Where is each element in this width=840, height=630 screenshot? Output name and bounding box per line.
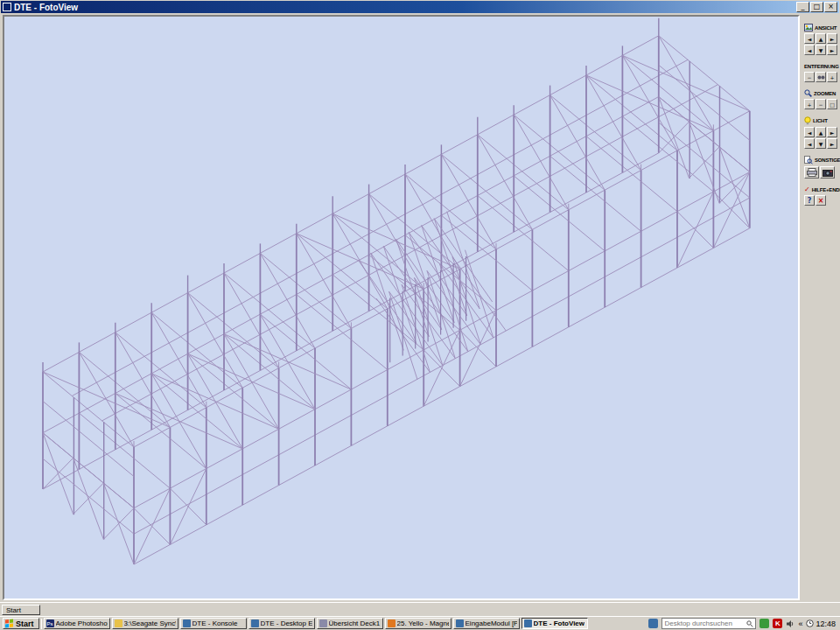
task-label: EingabeModul [Parkdeck... xyxy=(466,620,517,627)
group-hilfe-ende: ✓ HILFE+ENDE ? × xyxy=(804,186,838,206)
group-label-licht: LICHT xyxy=(813,118,828,123)
task-button[interactable]: 3:\Seagate Sync\SyncRe... xyxy=(112,618,178,629)
fotoview-icon xyxy=(524,620,532,627)
view-pan-right-button[interactable]: ► xyxy=(827,45,837,55)
system-tray: K « 12:48 xyxy=(648,618,837,629)
exit-x-icon: × xyxy=(818,197,824,205)
group-label-hilfe: HILFE+ENDE xyxy=(812,187,840,192)
check-icon: ✓ xyxy=(804,186,810,193)
task-label: Übersicht Deck1 - Paint xyxy=(329,620,381,627)
task-button[interactable]: EingabeModul [Parkdeck... xyxy=(453,618,520,629)
view-rotate-left-button[interactable]: ◄ xyxy=(804,33,815,44)
group-sonstiges: SONSTIGES xyxy=(804,156,838,178)
maximize-button[interactable]: □ xyxy=(810,2,823,12)
light-down-button[interactable]: ▼ xyxy=(816,138,826,149)
tray-icon-kaspersky[interactable]: K xyxy=(773,619,782,628)
task-button[interactable]: DTE - Konsole xyxy=(180,618,247,629)
window-title: DTE - FotoView xyxy=(14,3,795,12)
titlebar[interactable]: DTE - FotoView _ □ × xyxy=(1,1,839,13)
paint-icon xyxy=(319,620,327,627)
task-button[interactable]: Übersicht Deck1 - Paint xyxy=(317,618,383,629)
taskbar: Start PsAdobe Photoshop CS3 E...3:\Seaga… xyxy=(0,616,840,630)
clock-time: 12:48 xyxy=(816,620,836,628)
distance-fit-button[interactable] xyxy=(816,72,826,82)
task-label: DTE - FotoView xyxy=(534,620,585,627)
snapshot-button[interactable] xyxy=(820,166,835,178)
light-right2-button[interactable]: ► xyxy=(827,138,837,149)
taskbar-separator xyxy=(41,619,42,629)
question-icon: ? xyxy=(808,197,812,205)
light-arrow-pad: ◄ ▲ ► ◄ ▼ ► xyxy=(804,127,838,149)
task-label: 3:\Seagate Sync\SyncRe... xyxy=(124,620,176,627)
photoshop-icon: Ps xyxy=(46,620,54,627)
view-rotate-right-button[interactable]: ► xyxy=(827,33,837,44)
dte-app-icon xyxy=(251,620,259,627)
distance-decrease-button[interactable]: − xyxy=(804,72,815,82)
group-label-ansicht: ANSICHT xyxy=(815,25,836,31)
light-right-button[interactable]: ► xyxy=(827,127,837,137)
app-icon xyxy=(3,3,11,11)
zoom-in-button[interactable]: + xyxy=(804,99,815,109)
view-pan-left-button[interactable]: ◄ xyxy=(804,45,815,55)
task-button[interactable]: 25. Yello - Magneto - Wi... xyxy=(385,618,452,629)
group-label-zoomen: ZOOMEN xyxy=(814,91,836,96)
group-ansicht: ANSICHT ◄ ▲ ► ◄ ▼ ► xyxy=(804,24,838,55)
task-label: 25. Yello - Magneto - Wi... xyxy=(397,620,449,627)
tray-expand-chevron[interactable]: « xyxy=(798,620,802,628)
task-button[interactable]: DTE - Desktop Engineeri... xyxy=(248,618,315,629)
task-label: DTE - Desktop Engineeri... xyxy=(261,620,312,627)
task-button[interactable]: DTE - FotoView xyxy=(522,618,588,629)
viewport-3d[interactable] xyxy=(3,15,800,600)
view-rotate-up-button[interactable]: ▲ xyxy=(816,33,826,44)
clock-icon xyxy=(806,620,814,627)
media-player-icon xyxy=(388,620,396,627)
module-icon xyxy=(456,620,464,627)
binoculars-icon xyxy=(817,74,825,80)
desktop-search-input[interactable] xyxy=(664,619,745,628)
zoom-out-button[interactable]: − xyxy=(816,99,826,109)
task-strip: PsAdobe Photoshop CS3 E...3:\Seagate Syn… xyxy=(44,618,588,629)
light-up-button[interactable]: ▲ xyxy=(816,127,826,137)
tray-app-icon[interactable] xyxy=(648,619,658,628)
start-label: Start xyxy=(16,620,34,628)
task-label: Adobe Photoshop CS3 E... xyxy=(56,620,108,627)
desktop-search xyxy=(662,618,756,629)
group-entfernung: ENTFERNUNG − + xyxy=(804,62,838,82)
camera-icon xyxy=(822,169,833,177)
light-left2-button[interactable]: ◄ xyxy=(804,138,815,149)
group-label-sonstiges: SONSTIGES xyxy=(815,158,840,163)
speaker-icon[interactable] xyxy=(786,620,794,628)
control-panel: ANSICHT ◄ ▲ ► ◄ ▼ ► ENTFERNUNG − xyxy=(802,15,839,600)
task-button[interactable]: PsAdobe Photoshop CS3 E... xyxy=(44,618,110,629)
printer-icon xyxy=(807,168,817,177)
close-button[interactable]: × xyxy=(824,2,837,12)
search-icon xyxy=(746,620,753,627)
task-label: DTE - Konsole xyxy=(192,620,238,627)
view-rotate-down-button[interactable]: ▼ xyxy=(816,45,826,55)
light-left-button[interactable]: ◄ xyxy=(804,127,815,137)
start-button[interactable]: Start xyxy=(3,618,39,629)
secondary-bar: Start xyxy=(0,602,840,616)
start-window-button[interactable]: Start xyxy=(2,605,40,615)
zoom-window-button[interactable]: □ xyxy=(827,99,837,109)
tray-icon-green[interactable] xyxy=(760,619,769,628)
exit-button[interactable]: × xyxy=(816,195,826,206)
group-licht: LICHT ◄ ▲ ► ◄ ▼ ► xyxy=(804,116,838,149)
magnifier-icon xyxy=(804,89,812,97)
print-button[interactable] xyxy=(804,166,819,178)
folder-icon xyxy=(115,620,122,627)
minimize-button[interactable]: _ xyxy=(796,2,809,12)
view-icon xyxy=(804,24,813,32)
taskbar-clock: 12:48 xyxy=(806,620,836,628)
windows-logo-icon xyxy=(5,620,13,628)
distance-increase-button[interactable]: + xyxy=(827,72,837,82)
structure-wireframe xyxy=(4,17,798,598)
document-magnifier-icon xyxy=(804,156,813,164)
dte-konsole-icon xyxy=(183,620,191,627)
application-window: DTE - FotoView _ □ × ANSICHT ◄ ▲ ► ◄ ▼ ► xyxy=(0,0,840,630)
help-button[interactable]: ? xyxy=(804,195,815,206)
group-label-entfernung: ENTFERNUNG xyxy=(804,64,839,69)
group-zoomen: ZOOMEN + − □ xyxy=(804,89,838,109)
view-arrow-pad: ◄ ▲ ► ◄ ▼ ► xyxy=(804,33,838,55)
bulb-icon xyxy=(804,116,811,125)
